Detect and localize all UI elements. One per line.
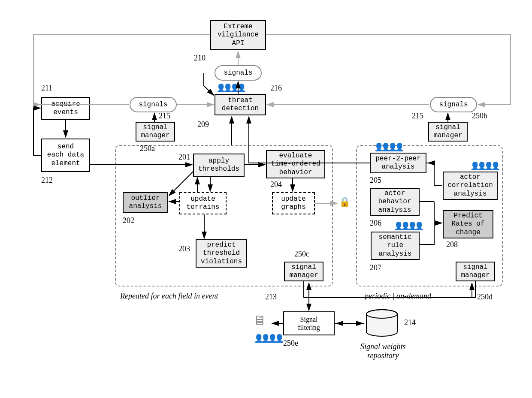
send-each-data-box: send each data element	[41, 139, 90, 172]
semantic-rule-box: semantic rule analysis	[371, 232, 420, 260]
people-icon: 👤👤👤👤	[254, 334, 281, 343]
label-208: 208	[446, 240, 458, 249]
label-212: 212	[41, 176, 53, 185]
signal-filtering-box: Signal filtering	[283, 311, 335, 335]
signal-manager-250a: signal manager	[136, 122, 175, 142]
peer-2-peer-box: peer-2-peer analysis	[370, 153, 426, 173]
actor-correlation-box: actor correlation analysis	[443, 172, 498, 200]
label-210: 210	[194, 54, 206, 63]
label-250d: 250d	[477, 292, 493, 302]
label-213: 213	[265, 292, 277, 302]
label-203: 203	[178, 244, 190, 253]
label-214: 214	[404, 318, 416, 327]
caption-weights-repo: Signal weights repository	[360, 342, 406, 360]
people-icon: 👤👤👤👤	[374, 142, 402, 152]
people-icon: 👤👤👤👤	[216, 83, 244, 93]
label-211: 211	[41, 84, 52, 93]
acquire-events-box: acquire events	[41, 97, 90, 120]
threat-detection-box: threat detection	[215, 94, 266, 115]
signal-manager-250c: signal manager	[284, 262, 323, 281]
label-204: 204	[270, 180, 282, 189]
apply-thresholds-box: apply thresholds	[193, 154, 245, 177]
label-202: 202	[123, 216, 134, 225]
caption-repeated: Repeated for each field in event	[120, 292, 218, 301]
label-215a: 215	[159, 112, 170, 121]
people-icon: 👤👤👤👤	[394, 221, 421, 231]
label-209: 209	[197, 120, 209, 129]
predict-threshold-box: predict threshold violations	[196, 239, 247, 268]
label-250e: 250e	[283, 339, 298, 348]
signals-oval-right: signals	[430, 97, 477, 112]
label-205: 205	[370, 176, 381, 185]
database-icon	[365, 309, 399, 339]
label-206: 206	[370, 219, 381, 228]
actor-behavior-box: actor behavior analysis	[370, 188, 420, 216]
update-graphs-box: update graphs	[272, 192, 315, 214]
label-250a: 250a	[140, 144, 155, 153]
people-icon: 👤👤👤👤	[470, 161, 498, 171]
signal-manager-250b: signal manager	[428, 122, 468, 142]
predict-rates-box: Predict Rates of change	[443, 210, 493, 238]
label-207: 207	[370, 263, 381, 272]
extreme-vigilance-api-box: Extreme vilgilance API	[210, 20, 266, 50]
caption-periodic: periodic | on-demand	[365, 292, 431, 301]
signals-oval-left: signals	[130, 97, 177, 112]
signals-oval-top: signals	[215, 65, 262, 81]
outlier-analysis-box: outlier analysis	[123, 192, 168, 213]
update-terrains-box: update terrains	[179, 192, 227, 214]
label-216: 216	[270, 84, 282, 93]
label-215b: 215	[412, 112, 423, 121]
label-250b: 250b	[472, 112, 487, 121]
evaluate-time-ordered-box: evaluate time-ordered behavior	[266, 150, 325, 178]
lock-icon: 🔒	[339, 196, 351, 208]
label-250c: 250c	[294, 250, 309, 259]
monitor-icon: 🖥	[253, 313, 266, 329]
label-201: 201	[178, 153, 190, 162]
signal-manager-250d: signal manager	[456, 262, 495, 281]
